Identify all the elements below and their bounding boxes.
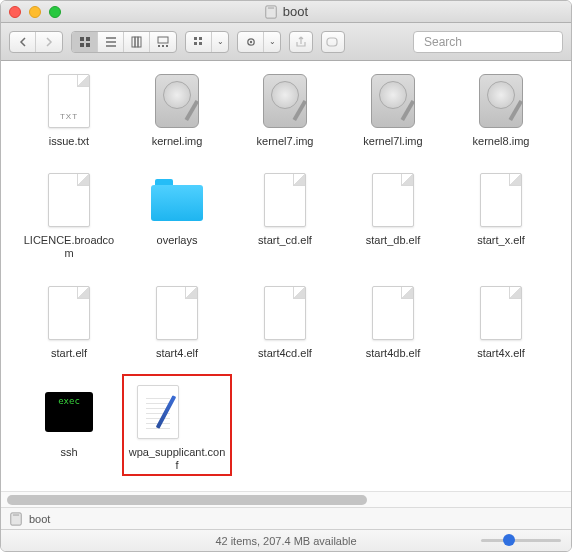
- file-item[interactable]: kernel7.img: [235, 71, 335, 148]
- search-input[interactable]: [424, 35, 572, 49]
- config-file-icon: [137, 385, 179, 439]
- path-bar[interactable]: boot: [1, 507, 571, 529]
- list-view-button[interactable]: [98, 32, 124, 52]
- file-item[interactable]: start4.elf: [127, 283, 227, 360]
- share-button[interactable]: [289, 31, 313, 53]
- titlebar: boot: [1, 1, 571, 23]
- toolbar: ⌄ ⌄: [1, 23, 571, 61]
- window-controls: [9, 6, 61, 18]
- icon-size-slider[interactable]: [481, 539, 561, 542]
- volume-icon: [264, 5, 278, 19]
- file-item[interactable]: start4x.elf: [451, 283, 551, 360]
- file-label: wpa_supplicant.conf: [128, 446, 226, 472]
- back-button[interactable]: [10, 32, 36, 52]
- tag-icon: [322, 32, 344, 52]
- text-file-icon: TXT: [48, 74, 90, 128]
- file-item[interactable]: start4db.elf: [343, 283, 443, 360]
- chevron-down-icon: ⌄: [212, 32, 228, 52]
- view-mode-buttons: [71, 31, 177, 53]
- file-label: issue.txt: [49, 135, 89, 148]
- generic-file-icon: [372, 286, 414, 340]
- status-text: 42 items, 207.4 MB available: [215, 535, 356, 547]
- file-label: start4db.elf: [366, 347, 420, 360]
- svg-rect-4: [80, 43, 84, 47]
- disk-image-icon: [479, 74, 523, 128]
- file-item[interactable]: overlays: [127, 170, 227, 260]
- svg-rect-12: [166, 45, 168, 47]
- volume-icon: [9, 512, 23, 526]
- window-title: boot: [1, 4, 571, 19]
- file-label: start_x.elf: [477, 234, 525, 247]
- icon-view-button[interactable]: [72, 32, 98, 52]
- annotation-highlight: wpa_supplicant.conf: [122, 374, 232, 476]
- file-item[interactable]: start_db.elf: [343, 170, 443, 260]
- generic-file-icon: [48, 286, 90, 340]
- disk-image-icon: [155, 74, 199, 128]
- file-label: start4cd.elf: [258, 347, 312, 360]
- svg-rect-5: [86, 43, 90, 47]
- disk-image-icon: [371, 74, 415, 128]
- file-label: kernel7.img: [257, 135, 314, 148]
- status-bar: 42 items, 207.4 MB available: [1, 529, 571, 551]
- horizontal-scrollbar[interactable]: [1, 491, 571, 507]
- generic-file-icon: [372, 173, 414, 227]
- generic-file-icon: [48, 173, 90, 227]
- window-title-text: boot: [283, 4, 308, 19]
- file-label: start4.elf: [156, 347, 198, 360]
- svg-rect-14: [199, 37, 202, 40]
- file-label: kernel.img: [152, 135, 203, 148]
- svg-rect-13: [194, 37, 197, 40]
- file-item[interactable]: start.elf: [19, 283, 119, 360]
- file-item[interactable]: LICENCE.broadcom: [19, 170, 119, 260]
- svg-rect-8: [138, 37, 141, 47]
- file-label: LICENCE.broadcom: [20, 234, 118, 260]
- svg-rect-11: [162, 45, 164, 47]
- file-item[interactable]: kernel8.img: [451, 71, 551, 148]
- file-label: start.elf: [51, 347, 87, 360]
- svg-rect-10: [158, 45, 160, 47]
- generic-file-icon: [264, 286, 306, 340]
- file-item[interactable]: wpa_supplicant.conf: [127, 382, 227, 472]
- file-label: start4x.elf: [477, 347, 525, 360]
- folder-icon: [151, 179, 203, 221]
- close-window-button[interactable]: [9, 6, 21, 18]
- svg-rect-15: [194, 42, 197, 45]
- svg-rect-23: [13, 514, 19, 516]
- generic-file-icon: [480, 173, 522, 227]
- svg-rect-0: [266, 5, 277, 17]
- column-view-button[interactable]: [124, 32, 150, 52]
- exec-file-icon: exec: [45, 392, 93, 432]
- zoom-window-button[interactable]: [49, 6, 61, 18]
- file-item[interactable]: kernel7l.img: [343, 71, 443, 148]
- arrange-menu[interactable]: ⌄: [185, 31, 229, 53]
- svg-point-18: [249, 40, 251, 42]
- file-label: start_db.elf: [366, 234, 420, 247]
- file-label: overlays: [157, 234, 198, 247]
- svg-rect-16: [199, 42, 202, 45]
- generic-file-icon: [156, 286, 198, 340]
- scrollbar-thumb[interactable]: [7, 495, 367, 505]
- gallery-view-button[interactable]: [150, 32, 176, 52]
- arrange-icon: [186, 32, 212, 52]
- svg-rect-19: [327, 38, 337, 46]
- file-item[interactable]: TXTissue.txt: [19, 71, 119, 148]
- svg-rect-3: [86, 37, 90, 41]
- file-label: start_cd.elf: [258, 234, 312, 247]
- tags-button[interactable]: [321, 31, 345, 53]
- generic-file-icon: [480, 286, 522, 340]
- svg-rect-2: [80, 37, 84, 41]
- file-item[interactable]: start4cd.elf: [235, 283, 335, 360]
- search-field[interactable]: [413, 31, 563, 53]
- file-label: kernel7l.img: [363, 135, 422, 148]
- generic-file-icon: [264, 173, 306, 227]
- minimize-window-button[interactable]: [29, 6, 41, 18]
- nav-buttons: [9, 31, 63, 53]
- forward-button[interactable]: [36, 32, 62, 52]
- file-item[interactable]: execssh: [19, 382, 119, 472]
- file-grid-area[interactable]: TXTissue.txtkernel.imgkernel7.imgkernel7…: [1, 61, 571, 491]
- file-item[interactable]: start_cd.elf: [235, 170, 335, 260]
- file-item[interactable]: kernel.img: [127, 71, 227, 148]
- file-item[interactable]: start_x.elf: [451, 170, 551, 260]
- action-menu[interactable]: ⌄: [237, 31, 281, 53]
- share-icon: [290, 32, 312, 52]
